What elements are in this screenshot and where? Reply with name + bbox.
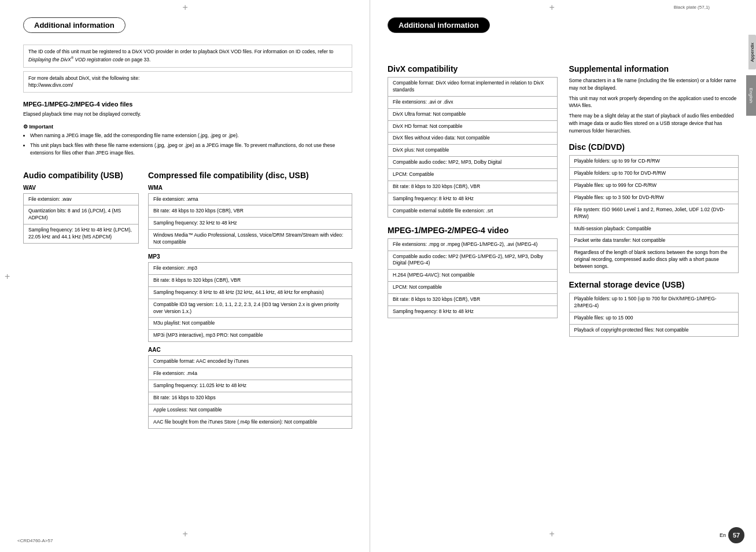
divx-row-3: DivX HD format: Not compatible <box>388 120 558 133</box>
right-col-1: DivX compatibility Compatible format: Di… <box>388 56 558 341</box>
right-header-area: Additional information <box>388 17 739 45</box>
info-box-2: For more details about DivX, visit the f… <box>23 71 352 93</box>
ext-row-0: Playable folders: up to 1 500 (up to 700… <box>569 293 739 312</box>
divx-table: Compatible format: DivX video format imp… <box>388 77 558 218</box>
important-bullets: When naming a JPEG image file, add the c… <box>23 132 352 156</box>
mp3-row-0: File extension: .mp3 <box>148 262 352 274</box>
aac-row-3: Bit rate: 16 kbps to 320 kbps <box>148 392 352 404</box>
disc-row-5: Multi-session playback: Compatible <box>569 223 739 235</box>
disc-title: Disc (CD/DVD) <box>569 142 739 152</box>
disc-table: Playable folders: up to 99 for CD-R/RW P… <box>569 155 739 273</box>
divx-row-9: Sampling frequency: 8 kHz to 48 kHz <box>388 193 558 205</box>
ext-title: External storage device (USB) <box>569 280 739 289</box>
aac-table: Compatible format: AAC encoded by iTunes… <box>148 355 352 428</box>
aac-row-5: AAC file bought from the iTunes Store (.… <box>148 416 352 429</box>
compressed-col: Compressed file compatibility (disc, USB… <box>148 163 352 433</box>
divx-row-5: DivX plus: Not compatible <box>388 144 558 156</box>
wma-row-1: Bit rate: 48 kbps to 320 kbps (CBR), VBR <box>148 205 352 217</box>
wav-row-2: Sampling frequency: 16 kHz to 48 kHz (LP… <box>23 224 139 244</box>
cross-marker-bottom <box>185 533 197 545</box>
disc-row-7: Regardless of the length of blank sectio… <box>569 246 739 273</box>
compressed-header: Compressed file compatibility (disc, USB… <box>148 171 352 180</box>
divx-row-1: File extensions: .avi or .divx <box>388 96 558 108</box>
supp-p-1: This unit may not work properly dependin… <box>569 95 739 110</box>
wma-row-0: File extension: .wma <box>148 193 352 205</box>
cross-marker-top <box>185 7 197 19</box>
mpeg-right-row-2: H.264 (MPEG-4AVC): Not compatible <box>388 269 558 281</box>
right-page: Appendix English Additional information … <box>370 0 756 552</box>
supp-p-2: There may be a slight delay at the start… <box>569 112 739 134</box>
wma-table: File extension: .wma Bit rate: 48 kbps t… <box>148 193 352 249</box>
aac-row-2: Sampling frequency: 11.025 kHz to 48 kHz <box>148 380 352 392</box>
audio-compat-col: Audio compatibility (USB) WAV File exten… <box>23 163 139 433</box>
divx-title: DivX compatibility <box>388 64 558 73</box>
cross-marker-bottom-right <box>552 533 563 545</box>
mpeg-right-row-5: Sampling frequency: 8 kHz to 48 kHz <box>388 306 558 318</box>
appendix-tab: Appendix <box>748 35 756 69</box>
left-page-header: Additional information <box>23 17 126 33</box>
disc-row-4: File system: ISO 9660 Level 1 and 2, Rom… <box>569 204 739 223</box>
mpeg-right-title: MPEG-1/MPEG-2/MPEG-4 video <box>388 226 558 235</box>
aac-row-0: Compatible format: AAC encoded by iTunes <box>148 355 352 367</box>
divx-row-2: DivX Ultra format: Not compatible <box>388 108 558 120</box>
english-tab: English <box>746 75 756 116</box>
mp3-row-2: Sampling frequency: 8 kHz to 48 kHz (32 … <box>148 286 352 299</box>
bullet-2: This unit plays back files with these fi… <box>30 142 352 157</box>
divx-row-6: Compatible audio codec: MP2, MP3, Dolby … <box>388 156 558 168</box>
aac-header: AAC <box>148 347 352 353</box>
cross-marker-left <box>7 276 19 288</box>
mpeg-right-table: File extensions: .mpg or .mpeg (MPEG-1/M… <box>388 238 558 318</box>
supp-p-0: Some characters in a file name (includin… <box>569 77 739 92</box>
important-note: ⚙ Important When naming a JPEG image fil… <box>23 124 352 156</box>
disc-row-1: Playable folders: up to 700 for DVD-R/RW <box>569 167 739 179</box>
wav-table: File extension: .wav Quantization bits: … <box>23 193 139 244</box>
mp3-table: File extension: .mp3 Bit rate: 8 kbps to… <box>148 262 352 342</box>
supp-content: Some characters in a file name (includin… <box>569 77 739 134</box>
right-page-header: Additional information <box>388 17 490 33</box>
mp3-row-4: M3u playlist: Not compatible <box>148 317 352 329</box>
aac-row-1: File extension: .m4a <box>148 367 352 380</box>
ext-table: Playable folders: up to 1 500 (up to 700… <box>569 293 739 337</box>
mpeg-section-header: MPEG-1/MPEG-2/MPEG-4 video files <box>23 101 352 108</box>
divx-row-8: Bit rate: 8 kbps to 320 kbps (CBR), VBR <box>388 181 558 193</box>
audio-compat-header: Audio compatibility (USB) <box>23 171 139 180</box>
cross-marker-top-right <box>552 7 563 19</box>
mpeg-right-row-3: LPCM: Not compatible <box>388 281 558 293</box>
bottom-columns: Audio compatibility (USB) WAV File exten… <box>23 163 352 433</box>
wma-row-2: Sampling frequency: 32 kHz to 48 kHz <box>148 217 352 229</box>
bullet-1: When naming a JPEG image file, add the c… <box>30 132 352 139</box>
mpeg-content: Elapsed playback time may not be display… <box>23 111 352 118</box>
disc-row-3: Playable files: up to 3 500 for DVD-R/RW <box>569 192 739 204</box>
mp3-row-5: MP3i (MP3 interactive), mp3 PRO: Not com… <box>148 329 352 342</box>
mp3-row-3: Compatible ID3 tag version: 1.0, 1.1, 2.… <box>148 299 352 318</box>
disc-row-0: Playable folders: up to 99 for CD-R/RW <box>569 155 739 167</box>
mp3-row-1: Bit rate: 8 kbps to 320 kbps (CBR), VBR <box>148 274 352 286</box>
wav-row-1: Quantization bits: 8 and 16 (LPCM), 4 (M… <box>23 205 139 224</box>
right-col-2: Supplemental information Some characters… <box>569 56 739 341</box>
ext-row-1: Playable files: up to 15 000 <box>569 312 739 324</box>
wav-header: WAV <box>23 185 139 191</box>
divx-row-7: LPCM: Compatible <box>388 168 558 181</box>
divx-row-0: Compatible format: DivX video format imp… <box>388 77 558 96</box>
important-title: ⚙ Important <box>23 124 352 130</box>
right-columns: DivX compatibility Compatible format: Di… <box>388 56 739 341</box>
wma-row-3: Windows Media™ Audio Professional, Lossl… <box>148 229 352 249</box>
mpeg-right-row-1: Compatible audio codec: MP2 (MPEG-1/MPEG… <box>388 251 558 270</box>
wma-header: WMA <box>148 185 352 191</box>
ext-row-2: Playback of copyright-protected files: N… <box>569 324 739 337</box>
page-number: 57 <box>728 527 744 543</box>
en-label: En <box>720 532 726 538</box>
wav-row-0: File extension: .wav <box>23 193 139 205</box>
divx-row-4: DivX files without video data: Not compa… <box>388 132 558 144</box>
left-page: Additional information The ID code of th… <box>0 0 370 552</box>
mp3-header: MP3 <box>148 253 352 260</box>
mpeg-right-row-0: File extensions: .mpg or .mpeg (MPEG-1/M… <box>388 238 558 251</box>
page-number-box: En 57 <box>720 527 744 543</box>
info-box-1: The ID code of this unit must be registe… <box>23 45 352 68</box>
crd-code: <CRD4760-A>57 <box>17 538 53 543</box>
disc-row-2: Playable files: up to 999 for CD-R/RW <box>569 179 739 192</box>
supp-title: Supplemental information <box>569 64 739 73</box>
disc-row-6: Packet write data transfer: Not compatib… <box>569 234 739 246</box>
aac-row-4: Apple Lossless: Not compatible <box>148 404 352 416</box>
divx-row-10: Compatible external subtitle file extens… <box>388 205 558 218</box>
